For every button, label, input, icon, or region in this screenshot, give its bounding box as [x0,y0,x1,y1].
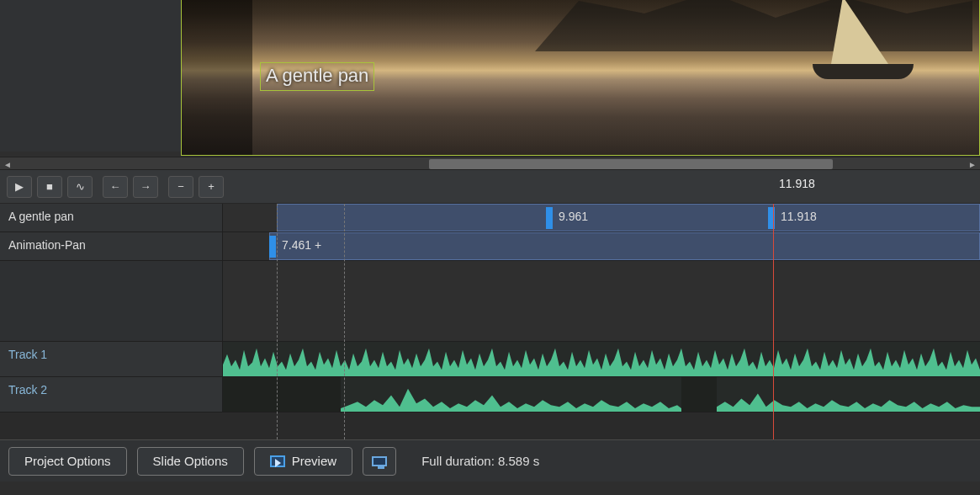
preview-area: A gentle pan [0,0,980,157]
track-row-audio-2[interactable]: Track 2 [0,377,980,412]
keyframe-caption-1[interactable] [546,207,553,229]
preview-sidebar [0,0,181,152]
monitor-icon [372,456,387,466]
zoom-in-button[interactable]: + [199,176,224,198]
keyframe-animation-1[interactable] [269,236,276,258]
audio2-gap-2 [681,377,717,412]
clip-caption[interactable] [277,204,980,232]
scrollbar-thumb[interactable] [429,159,833,169]
zoom-out-button[interactable]: − [168,176,193,198]
waveform-audio-2a [341,377,681,412]
prev-keyframe-button[interactable]: ← [103,176,128,198]
track-spacer [0,261,980,342]
keyframe-time-2: 11.918 [781,210,817,223]
timeline[interactable]: A gentle pan 9.961 11.918 Animation-Pan … [0,204,980,439]
next-keyframe-button[interactable]: → [133,176,158,198]
track-label-animation[interactable]: Animation-Pan [0,232,223,260]
waveform-audio-2b [717,377,980,412]
track-content-audio-2[interactable] [223,377,980,412]
waveform-toggle-button[interactable]: ∿ [67,176,93,198]
preview-icon [270,455,285,467]
scroll-left-arrow-icon[interactable]: ◄ [0,157,15,171]
preview-sailboat [813,0,922,89]
track-content-animation[interactable]: 7.461 + [223,232,980,260]
track-label-audio-2[interactable]: Track 2 [0,377,223,412]
preview-horizontal-scrollbar[interactable]: ◄ ► [0,157,980,170]
preview-caption[interactable]: A gentle pan [260,62,374,91]
preview-button[interactable]: Preview [254,447,352,476]
track-content-audio-1[interactable] [223,342,980,376]
cursor-time-readout: 11.918 [779,177,815,190]
track-label-audio-1[interactable]: Track 1 [0,342,223,376]
track-content-caption[interactable]: 9.961 11.918 [223,204,980,232]
project-options-button[interactable]: Project Options [8,447,127,476]
keyframe-time-1: 9.961 [559,210,588,223]
timeline-toolbar: ▶ ■ ∿ ← → − + 11.918 [0,170,980,204]
keyframe-animation-time: 7.461 + [282,238,321,252]
preview-transition-overlay [182,0,252,155]
scroll-right-arrow-icon[interactable]: ► [965,157,980,171]
preview-canvas[interactable]: A gentle pan [181,0,980,156]
track-row-animation[interactable]: Animation-Pan 7.461 + [0,232,980,261]
slide-options-button[interactable]: Slide Options [137,447,244,476]
track-label-caption[interactable]: A gentle pan [0,204,223,232]
track-row-caption[interactable]: A gentle pan 9.961 11.918 [0,204,980,232]
stop-button[interactable]: ■ [37,176,62,198]
clip-animation[interactable] [269,232,980,260]
waveform-audio-1 [223,342,980,376]
full-duration-status: Full duration: 8.589 s [421,454,539,468]
keyframe-caption-2[interactable] [768,207,775,229]
play-button[interactable]: ▶ [7,176,32,198]
footer-bar: Project Options Slide Options Preview Fu… [0,439,980,482]
track-row-audio-1[interactable]: Track 1 [0,342,980,377]
fullscreen-preview-button[interactable] [363,447,396,476]
preview-button-label: Preview [292,454,336,468]
audio2-gap-1 [223,377,341,412]
